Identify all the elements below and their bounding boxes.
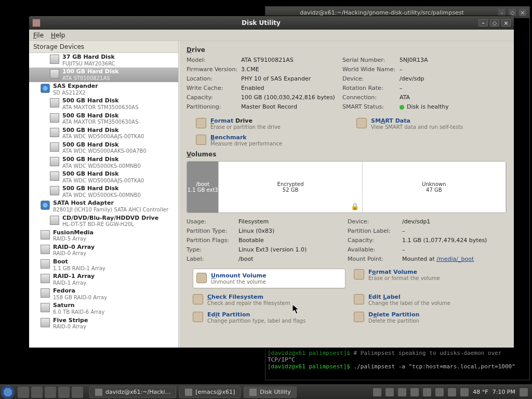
- start-button[interactable]: [1, 385, 15, 399]
- tray-icon[interactable]: [460, 388, 469, 396]
- terminal-minimize-button[interactable]: –: [498, 9, 506, 16]
- system-tray: 48 °F 7:10 PM: [373, 388, 532, 396]
- sidebar-item-5[interactable]: 500 GB Hard DiskATA WDC WD5000AAJS-00TKA…: [29, 126, 178, 141]
- device-subtitle: SD AS212X2: [53, 90, 98, 96]
- storage-devices-sidebar[interactable]: Storage Devices 37 GB Hard DiskFUJITSU M…: [29, 41, 179, 348]
- device-name: 500 GB Hard Disk: [62, 98, 138, 104]
- sidebar-item-4[interactable]: 500 GB Hard DiskATA MAXTOR STM3500630AS: [29, 112, 178, 126]
- sidebar-item-12[interactable]: FusionMediaRAID-5 Array: [29, 229, 178, 243]
- edit-label-action[interactable]: Edit LabelChange the label of the volume: [354, 294, 507, 306]
- monitor-icon[interactable]: [398, 388, 406, 396]
- sidebar-item-16[interactable]: Fedora158 GB RAID-0 Array: [29, 287, 178, 301]
- delete-partition-icon: [354, 312, 364, 322]
- drive-properties: Model:ATA ST9100821AS Serial Number:5NJ0…: [187, 57, 507, 110]
- drive-icon: [50, 216, 59, 225]
- close-button[interactable]: ×: [501, 19, 511, 26]
- sidebar-header: Storage Devices: [29, 41, 178, 53]
- device-subtitle: 82801JI (ICH10 Family) SATA AHCI Control…: [53, 207, 168, 213]
- device-subtitle: ATA WDC WD5000KS-00MNB0: [62, 192, 141, 198]
- device-subtitle: ATA ST9100821AS: [62, 75, 119, 82]
- sidebar-item-15[interactable]: RAID-1 ArrayRAID-1 Array: [29, 272, 178, 287]
- device-name: RAID-1 Array: [53, 273, 95, 280]
- battery-icon[interactable]: [448, 388, 456, 396]
- sidebar-item-0[interactable]: 37 GB Hard DiskFUJITSU MAY2036RC: [29, 53, 178, 68]
- unmount-volume-action[interactable]: Unmount VolumeUnmount the volume: [193, 269, 345, 288]
- mount-point-link[interactable]: /media/_boot: [436, 256, 474, 262]
- disk-utility-icon: [249, 389, 257, 396]
- terminal-close-button[interactable]: ×: [519, 9, 526, 16]
- benchmark-action[interactable]: BenchmarkMeasure drive performance: [196, 134, 346, 147]
- sidebar-item-6[interactable]: 500 GB Hard DiskATA WDC WD5000AAKS-00A7B…: [29, 141, 178, 155]
- sidebar-item-9[interactable]: 500 GB Hard DiskATA WDC WD5000KS-00MNB0: [29, 184, 178, 199]
- disk-utility-titlebar[interactable]: Disk Utility – ◇ ×: [29, 16, 514, 30]
- volume-segment-1[interactable]: Encrypted52 GB🔒: [219, 162, 362, 212]
- format-volume-action[interactable]: Format VolumeErase or format the volume: [354, 269, 507, 288]
- device-subtitle: RAID-0 Array: [53, 324, 88, 330]
- device-subtitle: 1.1 GB RAID-1 Array: [53, 265, 105, 272]
- sidebar-item-2[interactable]: SAS ExpanderSD AS212X2: [29, 82, 178, 97]
- volumes-section-header: Volumes: [187, 151, 507, 158]
- sidebar-item-1[interactable]: 100 GB Hard DiskATA ST9100821AS: [29, 68, 178, 82]
- temperature[interactable]: 48 °F: [473, 389, 488, 395]
- edit-partition-action[interactable]: Edit PartitionChange partition type, lab…: [193, 311, 345, 324]
- lock-icon: 🔒: [351, 203, 359, 210]
- sidebar-item-7[interactable]: 500 GB Hard DiskATA WDC WD5000KS-00MNB0: [29, 155, 178, 170]
- healthy-dot-icon: [400, 105, 404, 110]
- bluetooth-icon[interactable]: [423, 388, 431, 396]
- clock[interactable]: 7:10 PM: [493, 389, 515, 395]
- format-drive-icon: [196, 118, 206, 128]
- device-subtitle: RAID-0 Array: [53, 250, 95, 257]
- sidebar-item-11[interactable]: CD/DVD/Blu-Ray/HDDVD DriveHL-DT-ST BD-RE…: [29, 214, 178, 229]
- benchmark-icon: [196, 135, 206, 145]
- device-name: 500 GB Hard Disk: [62, 185, 141, 192]
- volume-segment-2[interactable]: Unknown47 GB: [363, 162, 506, 212]
- drive-section-header: Drive: [187, 46, 507, 54]
- drive-icon: [50, 142, 59, 152]
- sidebar-item-14[interactable]: Boot1.1 GB RAID-1 Array: [29, 258, 178, 272]
- drive-icon: [50, 186, 59, 195]
- tray-icon[interactable]: [373, 388, 381, 396]
- drive-icon: [41, 230, 50, 240]
- device-name: 100 GB Hard Disk: [62, 69, 119, 75]
- launcher-icon[interactable]: [31, 387, 43, 398]
- volume-icon[interactable]: [410, 388, 419, 396]
- launcher-icon[interactable]: [18, 387, 29, 398]
- network-icon[interactable]: [435, 388, 444, 396]
- sidebar-item-8[interactable]: 500 GB Hard DiskATA WDC WD5000AAJS-00TKA…: [29, 170, 178, 184]
- volume-segment-0[interactable]: /boot1.1 GB ext3: [187, 162, 219, 212]
- drive-icon: [50, 98, 59, 108]
- device-name: Fedora: [53, 288, 107, 295]
- terminal-icon: [95, 389, 102, 396]
- tray-menu-icon[interactable]: [520, 388, 528, 396]
- sidebar-item-10[interactable]: SATA Host Adapter82801JI (ICH10 Family) …: [29, 199, 178, 214]
- app-icon: [32, 19, 41, 27]
- drive-icon: [50, 157, 59, 166]
- minimize-button[interactable]: –: [478, 19, 488, 26]
- drive-icon: [50, 171, 59, 181]
- launcher-icon[interactable]: [45, 387, 56, 398]
- sidebar-item-17[interactable]: Saturn6.0 TB RAID-6 Array: [29, 301, 178, 316]
- taskbar-task-disk-utility[interactable]: Disk Utility: [244, 387, 296, 398]
- weather-icon[interactable]: [385, 388, 394, 396]
- device-subtitle: HL-DT-ST BD-RE GGW-H20L: [62, 221, 158, 228]
- menu-help[interactable]: Help: [51, 32, 65, 39]
- taskbar-task-emacs[interactable]: [emacs@x61]: [179, 387, 241, 398]
- device-name: CD/DVD/Blu-Ray/HDDVD Drive: [62, 215, 158, 222]
- maximize-button[interactable]: ◇: [490, 19, 499, 26]
- launcher-icon[interactable]: [72, 387, 83, 398]
- drive-icon: [50, 113, 59, 123]
- device-subtitle: ATA MAXTOR STM3500630AS: [62, 119, 138, 125]
- sidebar-item-18[interactable]: Five StripeRAID-0 Array: [29, 316, 178, 331]
- check-filesystem-action[interactable]: Check FilesystemCheck and repair the fil…: [193, 294, 345, 306]
- sidebar-item-3[interactable]: 500 GB Hard DiskATA MAXTOR STM3500630AS: [29, 97, 178, 111]
- terminal-maximize-button[interactable]: ◇: [509, 9, 516, 16]
- device-subtitle: RAID-5 Array: [53, 236, 94, 242]
- drive-icon: [50, 128, 59, 137]
- menu-file[interactable]: File: [33, 32, 44, 39]
- delete-partition-action[interactable]: Delete PartitionDelete the partition: [354, 311, 507, 324]
- sidebar-item-13[interactable]: RAID-0 ArrayRAID-0 Array: [29, 243, 178, 258]
- smart-data-action[interactable]: SMART DataView SMART data and run self-t…: [356, 117, 507, 130]
- launcher-icon[interactable]: [58, 387, 70, 398]
- format-drive-action[interactable]: Format DriveErase or partition the drive: [196, 117, 346, 130]
- taskbar-task-terminal[interactable]: davidz@x61:~/Hacki...: [89, 387, 176, 398]
